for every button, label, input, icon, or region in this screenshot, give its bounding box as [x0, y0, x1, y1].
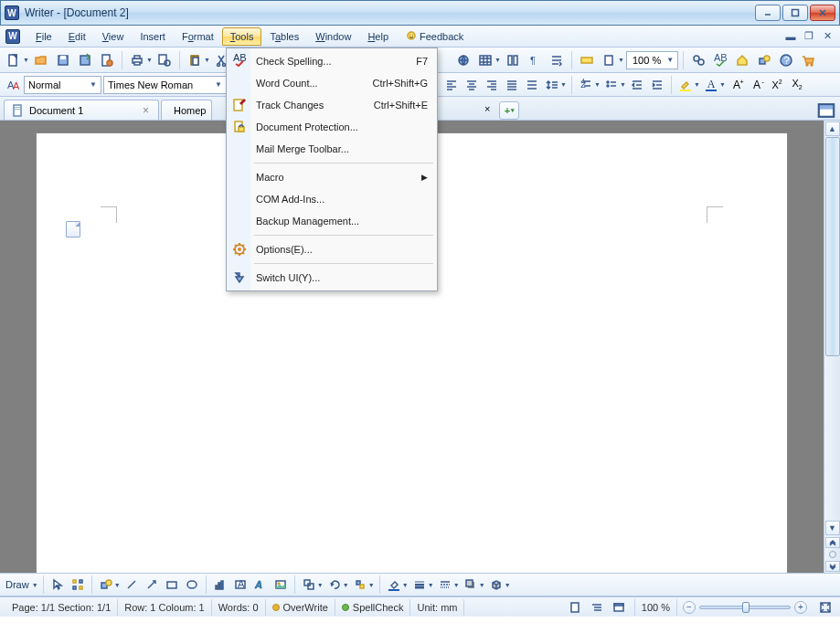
tab-homepage[interactable]: Homep: [161, 100, 212, 120]
tab-document-1[interactable]: Document 1 ×: [4, 100, 159, 120]
new-button[interactable]: [4, 50, 24, 70]
nonprinting-button[interactable]: ¶: [525, 50, 545, 70]
maximize-button[interactable]: [782, 5, 808, 21]
view-print-layout[interactable]: [566, 598, 584, 617]
menu-view[interactable]: View: [94, 27, 133, 46]
wordart-tool[interactable]: A: [251, 575, 270, 594]
vertical-scrollbar[interactable]: ▲ ▼: [824, 121, 840, 573]
ellipse-tool[interactable]: [183, 575, 201, 594]
scroll-track[interactable]: [825, 137, 840, 520]
scroll-up-button[interactable]: ▲: [825, 121, 840, 136]
browse-object-button[interactable]: [829, 551, 836, 558]
shadow-tool[interactable]: [462, 575, 480, 594]
status-spellcheck[interactable]: SpellCheck: [335, 599, 411, 616]
view-web[interactable]: [610, 598, 628, 617]
save-as-button[interactable]: [75, 50, 95, 70]
mdi-minimize-icon[interactable]: ▬: [783, 31, 798, 42]
home-button[interactable]: [732, 50, 752, 70]
fill-color-tool[interactable]: [385, 575, 403, 594]
line-style-tool[interactable]: [410, 575, 429, 594]
decrease-indent-button[interactable]: [628, 76, 646, 94]
superscript-button[interactable]: X2: [768, 76, 786, 94]
status-words[interactable]: Words: 0: [212, 599, 266, 616]
zoom-knob[interactable]: [742, 602, 750, 613]
subscript-button[interactable]: X2: [788, 76, 806, 94]
menu-backup-management[interactable]: Backup Management...: [229, 210, 435, 232]
hyperlink-button[interactable]: [453, 50, 473, 70]
zoom-slider[interactable]: − +: [677, 601, 813, 614]
rotate-dropdown[interactable]: ▼: [343, 582, 349, 588]
print-dropdown[interactable]: ▼: [146, 57, 153, 63]
status-page[interactable]: Page: 1/1 Section: 1/1: [5, 599, 118, 616]
menu-switch-ui[interactable]: Switch UI(Y)...: [229, 267, 435, 289]
paste-dropdown[interactable]: ▼: [204, 57, 210, 63]
minimize-button[interactable]: [755, 5, 781, 21]
line-spacing-dropdown[interactable]: ▼: [560, 81, 567, 88]
highlight-button[interactable]: [676, 76, 695, 94]
zoom-out-button[interactable]: −: [683, 601, 696, 614]
autoshapes-tool[interactable]: [97, 575, 115, 594]
increase-indent-button[interactable]: [648, 76, 666, 94]
numbered-list-button[interactable]: 12: [577, 76, 595, 94]
menu-window[interactable]: Window: [307, 27, 359, 46]
grow-font-button[interactable]: A+: [728, 76, 746, 94]
bullet-dropdown[interactable]: ▼: [620, 81, 626, 88]
new-dropdown[interactable]: ▼: [23, 57, 29, 63]
view-outline[interactable]: [588, 598, 606, 617]
menu-tools[interactable]: Tools: [222, 27, 262, 46]
dash-style-tool[interactable]: [436, 575, 454, 594]
align-left-button[interactable]: [442, 76, 461, 94]
highlight-dropdown[interactable]: ▼: [694, 81, 700, 88]
align-distribute-button[interactable]: [523, 76, 541, 94]
line-style-dropdown[interactable]: ▼: [428, 582, 434, 588]
chart-tool[interactable]: [211, 575, 229, 594]
shapes-button[interactable]: [754, 50, 774, 70]
zoom-in-button[interactable]: +: [794, 601, 807, 614]
line-spacing-button[interactable]: [543, 76, 561, 94]
select-tool[interactable]: [48, 575, 67, 594]
scroll-thumb[interactable]: [825, 137, 840, 356]
picture-tool[interactable]: [271, 575, 290, 594]
3d-tool[interactable]: [487, 575, 505, 594]
menu-format[interactable]: Format: [174, 27, 222, 46]
line-tool[interactable]: [122, 575, 141, 594]
style-icon[interactable]: AA: [4, 76, 22, 94]
columns-button[interactable]: [503, 50, 523, 70]
menu-file[interactable]: File: [27, 27, 60, 46]
3d-dropdown[interactable]: ▼: [505, 582, 511, 588]
menu-document-protection[interactable]: Document Protection...: [229, 116, 435, 138]
ruler-button[interactable]: [577, 50, 597, 70]
align-justify-button[interactable]: [503, 76, 521, 94]
textbox-tool[interactable]: A: [231, 575, 250, 594]
rotate-tool[interactable]: [325, 575, 344, 594]
status-rowcol[interactable]: Row: 1 Coloum: 1: [118, 599, 211, 616]
align-objects-dropdown[interactable]: ▼: [368, 582, 375, 588]
menu-macro[interactable]: Macro ▶: [229, 166, 435, 188]
menu-com-addins[interactable]: COM Add-Ins...: [229, 188, 435, 210]
open-button[interactable]: [31, 50, 51, 70]
next-page-button[interactable]: [825, 561, 840, 572]
mdi-restore-icon[interactable]: ❐: [802, 31, 816, 42]
shrink-font-button[interactable]: A-: [748, 76, 766, 94]
fullscreen-button[interactable]: [816, 598, 835, 617]
style-combo[interactable]: Normal▼: [24, 76, 101, 94]
fill-dropdown[interactable]: ▼: [402, 582, 409, 588]
toolbar-toggle-button[interactable]: [816, 101, 836, 120]
arrow-tool[interactable]: [143, 575, 161, 594]
menu-insert[interactable]: Insert: [132, 27, 174, 46]
print-button[interactable]: [127, 50, 147, 70]
print-preview-button[interactable]: [154, 50, 175, 70]
new-tab-button[interactable]: +▾: [499, 101, 519, 120]
insert-table-button[interactable]: [475, 50, 495, 70]
help-button[interactable]: ?: [776, 50, 796, 70]
group-tool[interactable]: [300, 575, 318, 594]
align-right-button[interactable]: [483, 76, 501, 94]
align-objects-tool[interactable]: [351, 575, 369, 594]
zoom-fit-button[interactable]: [599, 50, 619, 70]
bullet-list-button[interactable]: [602, 76, 621, 94]
scroll-down-button[interactable]: ▼: [825, 521, 840, 535]
tab-close-icon[interactable]: ×: [141, 104, 151, 117]
shadow-dropdown[interactable]: ▼: [479, 582, 485, 588]
font-color-dropdown[interactable]: ▼: [719, 81, 726, 88]
cart-button[interactable]: [798, 50, 818, 70]
